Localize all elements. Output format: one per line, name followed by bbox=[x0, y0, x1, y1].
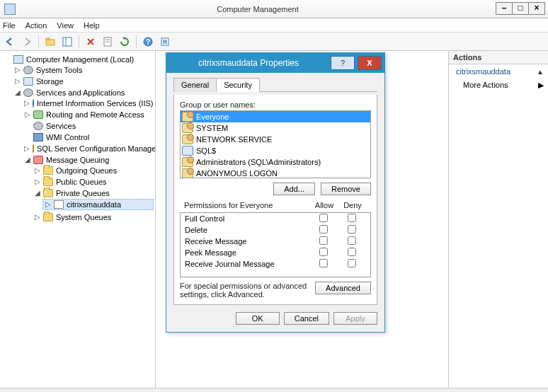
close-button[interactable]: × bbox=[528, 2, 545, 15]
tree-label: Services bbox=[46, 122, 76, 130]
up-button[interactable] bbox=[43, 35, 57, 49]
tab-general[interactable]: General bbox=[173, 78, 217, 92]
toolbar: ? bbox=[0, 33, 548, 51]
delete-button[interactable] bbox=[84, 35, 98, 49]
gear-icon bbox=[23, 66, 33, 74]
separator bbox=[79, 35, 79, 48]
dialog-close-button[interactable]: X bbox=[358, 56, 382, 70]
advanced-button[interactable]: Advanced bbox=[315, 282, 371, 294]
user-list-row[interactable]: SQL$ bbox=[181, 145, 370, 156]
deny-checkbox[interactable] bbox=[348, 259, 356, 267]
queue-icon bbox=[54, 200, 64, 209]
tree-label: Public Queues bbox=[56, 178, 107, 186]
export-button[interactable] bbox=[158, 35, 172, 49]
tree-pane: Computer Management (Local) ▷System Tool… bbox=[0, 51, 156, 388]
tree-message-queuing[interactable]: ◢Message Queuing bbox=[23, 155, 154, 165]
tree-sql[interactable]: ▷SQL Server Configuration Manager bbox=[23, 144, 154, 154]
tab-security[interactable]: Security bbox=[216, 78, 260, 92]
advanced-text: For special permissions or advanced sett… bbox=[180, 282, 308, 299]
tree-label: Internet Information Services (IIS) Mana… bbox=[37, 99, 156, 108]
database-icon bbox=[33, 144, 34, 153]
separator bbox=[38, 35, 39, 48]
permission-row: Receive Journal Message bbox=[181, 258, 370, 270]
tree-system-queues[interactable]: ▷System Queues bbox=[33, 212, 154, 222]
user-list-row[interactable]: SYSTEM bbox=[181, 122, 370, 134]
tree-storage[interactable]: ▷Storage bbox=[13, 76, 154, 86]
deny-checkbox[interactable] bbox=[348, 214, 356, 222]
maximize-button[interactable]: □ bbox=[512, 2, 529, 15]
storage-icon bbox=[23, 77, 33, 86]
permission-row: Receive Message bbox=[181, 236, 370, 247]
window-title: Computer Management bbox=[20, 5, 496, 13]
tree-root[interactable]: Computer Management (Local) bbox=[3, 54, 154, 64]
user-icon bbox=[182, 146, 193, 156]
user-list-row[interactable]: Administrators (SQL\Administrators) bbox=[181, 156, 370, 168]
actions-queue-name: citrixsmauddata bbox=[456, 67, 510, 76]
show-hide-button[interactable] bbox=[60, 35, 74, 49]
user-list-row[interactable]: ANONYMOUS LOGON bbox=[181, 168, 370, 178]
allow-checkbox[interactable] bbox=[319, 225, 328, 234]
remove-button[interactable]: Remove bbox=[321, 183, 371, 195]
allow-checkbox[interactable] bbox=[319, 248, 328, 256]
allow-checkbox[interactable] bbox=[319, 259, 328, 267]
add-button[interactable]: Add... bbox=[273, 183, 315, 195]
user-listbox[interactable]: EveryoneSYSTEMNETWORK SERVICESQL$Adminis… bbox=[180, 110, 371, 178]
tree-label: SQL Server Configuration Manager bbox=[37, 144, 156, 153]
tree-label: Routing and Remote Access bbox=[46, 110, 144, 119]
tree-system-tools[interactable]: ▷System Tools bbox=[13, 65, 154, 75]
tree-outgoing-queues[interactable]: ▷Outgoing Queues bbox=[33, 166, 154, 175]
tree-label: WMI Control bbox=[46, 133, 89, 142]
tree-wmi[interactable]: WMI Control bbox=[23, 132, 154, 142]
tree-queue-item[interactable]: ▷citrixsmauddata bbox=[42, 199, 154, 210]
back-button[interactable] bbox=[3, 35, 17, 49]
permission-name: Receive Journal Message bbox=[185, 260, 309, 268]
permissions-grid[interactable]: Full ControlDeleteReceive MessagePeek Me… bbox=[180, 212, 371, 277]
actions-pane: Actions citrixsmauddata ▲ More Actions ▶ bbox=[449, 51, 548, 388]
tree-iis[interactable]: ▷Internet Information Services (IIS) Man… bbox=[23, 98, 154, 108]
tree-services[interactable]: Services bbox=[23, 121, 154, 131]
deny-checkbox[interactable] bbox=[348, 225, 356, 234]
more-actions-label: More Actions bbox=[463, 81, 508, 90]
menu-help[interactable]: Help bbox=[84, 21, 100, 30]
menu-view[interactable]: View bbox=[57, 21, 74, 30]
user-name: Everyone bbox=[196, 113, 229, 121]
menu-action[interactable]: Action bbox=[25, 21, 47, 30]
tree-services-apps[interactable]: ◢Services and Applications bbox=[13, 88, 154, 98]
gear-icon bbox=[33, 122, 43, 130]
tree-label: citrixsmauddata bbox=[67, 200, 121, 209]
tree-private-queues[interactable]: ◢Private Queues bbox=[33, 188, 154, 198]
help-button[interactable]: ? bbox=[141, 35, 155, 49]
actions-header: Actions bbox=[449, 51, 548, 64]
cancel-button[interactable]: Cancel bbox=[284, 312, 329, 325]
tree-label: System Tools bbox=[36, 66, 82, 74]
message-queue-icon bbox=[33, 156, 43, 164]
deny-checkbox[interactable] bbox=[348, 248, 356, 256]
center-pane: citrixsmauddata Properties ? X General S… bbox=[156, 51, 449, 388]
properties-dialog: citrixsmauddata Properties ? X General S… bbox=[166, 52, 385, 333]
user-list-row[interactable]: NETWORK SERVICE bbox=[181, 134, 370, 145]
ok-button[interactable]: OK bbox=[236, 312, 280, 325]
tree-routing[interactable]: ▷Routing and Remote Access bbox=[23, 110, 154, 120]
menu-file[interactable]: File bbox=[3, 21, 16, 30]
apply-button[interactable]: Apply bbox=[333, 312, 377, 325]
collapse-icon[interactable]: ▲ bbox=[537, 68, 544, 76]
forward-button[interactable] bbox=[20, 35, 34, 49]
svg-rect-10 bbox=[163, 40, 167, 44]
tree-label: Services and Applications bbox=[36, 88, 125, 97]
deny-checkbox[interactable] bbox=[348, 236, 356, 245]
dialog-help-button[interactable]: ? bbox=[331, 56, 355, 70]
permission-row: Delete bbox=[181, 224, 370, 236]
gear-icon bbox=[23, 88, 33, 97]
minimize-button[interactable]: – bbox=[496, 2, 513, 15]
allow-checkbox[interactable] bbox=[319, 236, 328, 245]
wmi-icon bbox=[33, 133, 43, 142]
properties-button[interactable] bbox=[101, 35, 115, 49]
tree-public-queues[interactable]: ▷Public Queues bbox=[33, 177, 154, 187]
permission-name: Peek Message bbox=[185, 248, 309, 257]
user-name: ANONYMOUS LOGON bbox=[196, 169, 278, 178]
refresh-button[interactable] bbox=[118, 35, 132, 49]
more-actions[interactable]: More Actions ▶ bbox=[449, 79, 548, 92]
svg-rect-2 bbox=[63, 38, 72, 46]
allow-checkbox[interactable] bbox=[319, 214, 328, 222]
user-list-row[interactable]: Everyone bbox=[181, 111, 370, 122]
